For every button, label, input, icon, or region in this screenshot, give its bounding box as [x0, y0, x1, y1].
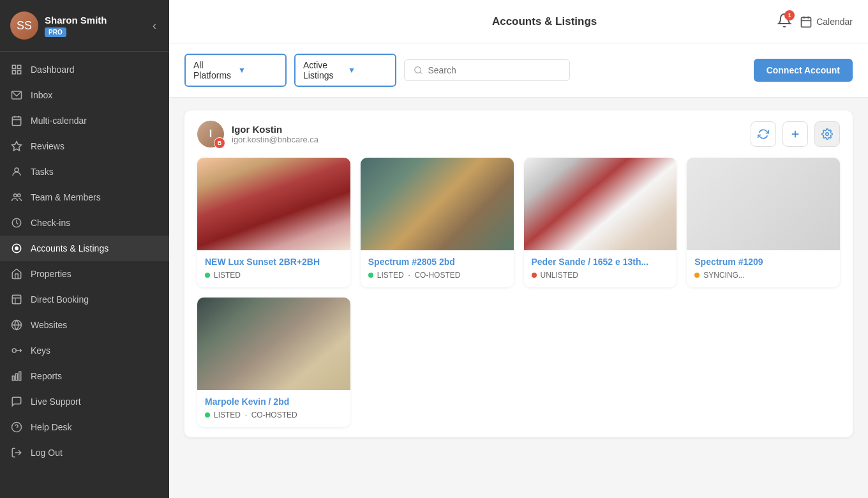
search-box: [404, 59, 570, 81]
listing-image: [361, 158, 514, 250]
calendar-label: Calendar: [816, 17, 853, 27]
svg-marker-9: [12, 142, 22, 151]
sidebar-item-label: Live Support: [31, 396, 81, 407]
listings-dropdown[interactable]: Active Listings ▼: [294, 54, 396, 87]
svg-rect-22: [16, 374, 18, 381]
account-email: igor.kostin@bnbcare.ca: [232, 135, 318, 144]
svg-line-32: [420, 72, 422, 74]
sidebar-item-help-desk[interactable]: Help Desk: [0, 414, 169, 440]
notification-badge: 1: [784, 10, 795, 20]
grid-icon: [10, 63, 23, 76]
status-dot: [532, 273, 537, 278]
svg-point-35: [826, 133, 829, 136]
calendar-button[interactable]: Calendar: [800, 15, 853, 28]
listing-info: Spectrum #1209 SYNCING...: [687, 250, 840, 287]
listings-grid: NEW Lux Sunset 2BR+2BH LISTED Spectrum #…: [197, 158, 840, 427]
sidebar-item-label: Tasks: [31, 167, 54, 177]
listing-image: [197, 298, 350, 390]
sidebar-item-dashboard[interactable]: Dashboard: [0, 57, 169, 82]
key-icon: [10, 344, 23, 357]
svg-rect-23: [19, 372, 21, 381]
sidebar-nav: Dashboard Inbox Multi-calendar Reviews T…: [0, 52, 169, 498]
listing-status: LISTED · CO-HOSTED: [368, 271, 506, 280]
status-dot: [205, 412, 210, 418]
sidebar-item-check-ins[interactable]: Check-ins: [0, 210, 169, 236]
listing-info: Marpole Kevin / 2bd LISTED · CO-HOSTED: [197, 390, 350, 427]
sidebar: SS Sharon Smith PRO ‹ Dashboard Inbox Mu…: [0, 0, 169, 498]
account-name: Igor Kostin: [232, 124, 318, 135]
connect-account-button[interactable]: Connect Account: [754, 59, 853, 82]
user-icon: [10, 165, 23, 178]
status-label: LISTED: [214, 271, 241, 280]
main-content: Accounts & Listings 1 Calendar: [169, 0, 868, 498]
sidebar-item-label: Websites: [31, 320, 67, 330]
sidebar-item-properties[interactable]: Properties: [0, 261, 169, 287]
listing-image: [524, 158, 677, 250]
search-input[interactable]: [428, 65, 560, 75]
sidebar-item-label: Multi-calendar: [31, 116, 87, 126]
sidebar-item-tasks[interactable]: Tasks: [0, 159, 169, 185]
notifications-icon[interactable]: 1: [777, 13, 792, 31]
listing-card[interactable]: Spectrum #2805 2bd LISTED · CO-HOSTED: [361, 158, 514, 287]
sidebar-item-reports[interactable]: Reports: [0, 363, 169, 389]
listing-title: Spectrum #1209: [694, 257, 832, 267]
listing-card[interactable]: Peder Sande / 1652 e 13th... UNLISTED: [524, 158, 677, 287]
platforms-dropdown[interactable]: All Platforms ▼: [184, 54, 287, 87]
circle-icon: [10, 242, 23, 255]
status-label: LISTED · CO-HOSTED: [377, 271, 461, 280]
sidebar-item-live-support[interactable]: Live Support: [0, 389, 169, 414]
listing-status: UNLISTED: [532, 271, 670, 280]
listing-card[interactable]: Spectrum #1209 SYNCING...: [687, 158, 840, 287]
mail-icon: [10, 89, 23, 102]
sidebar-item-keys[interactable]: Keys: [0, 338, 169, 363]
sidebar-item-accounts-listings[interactable]: Accounts & Listings: [0, 236, 169, 261]
account-avatar-initial: I: [209, 128, 212, 140]
sidebar-item-inbox[interactable]: Inbox: [0, 82, 169, 108]
sidebar-item-direct-booking[interactable]: Direct Booking: [0, 287, 169, 312]
sidebar-item-log-out[interactable]: Log Out: [0, 440, 169, 465]
sidebar-item-label: Help Desk: [31, 422, 72, 432]
listings-label: Active Listings: [303, 60, 343, 80]
settings-button[interactable]: [814, 121, 840, 147]
sidebar-item-reviews[interactable]: Reviews: [0, 133, 169, 159]
sidebar-item-label: Accounts & Listings: [31, 243, 108, 253]
svg-point-11: [14, 194, 17, 197]
logout-icon: [10, 446, 23, 459]
svg-rect-2: [18, 71, 21, 74]
sidebar-item-multi-calendar[interactable]: Multi-calendar: [0, 108, 169, 133]
sidebar-item-websites[interactable]: Websites: [0, 312, 169, 338]
sidebar-item-label: Reports: [31, 371, 62, 381]
svg-rect-21: [12, 376, 14, 381]
sidebar-collapse-button[interactable]: ‹: [150, 17, 159, 35]
listing-card[interactable]: Marpole Kevin / 2bd LISTED · CO-HOSTED: [197, 298, 350, 427]
svg-rect-27: [802, 17, 811, 27]
sidebar-item-team-members[interactable]: Team & Members: [0, 185, 169, 210]
sidebar-user-name: Sharon Smith: [45, 15, 144, 26]
checkins-icon: [10, 216, 23, 229]
svg-rect-3: [12, 71, 15, 74]
calendar-icon: [10, 114, 23, 127]
svg-point-12: [18, 194, 21, 197]
listing-status: LISTED: [205, 271, 343, 280]
status-dot: [368, 273, 373, 278]
toolbar: All Platforms ▼ Active Listings ▼ Connec…: [169, 43, 868, 98]
team-icon: [10, 191, 23, 204]
listing-info: Spectrum #2805 2bd LISTED · CO-HOSTED: [361, 250, 514, 287]
refresh-button[interactable]: [751, 121, 776, 147]
page-title: Accounts & Listings: [322, 15, 767, 28]
status-dot: [205, 273, 210, 278]
svg-point-15: [15, 247, 19, 250]
status-label: SYNCING...: [703, 271, 745, 280]
platforms-chevron-icon: ▼: [238, 66, 278, 75]
listing-title: Spectrum #2805 2bd: [368, 257, 506, 267]
account-avatar: I B: [197, 121, 224, 147]
add-button[interactable]: [782, 121, 808, 147]
svg-point-10: [15, 168, 19, 172]
account-section: I B Igor Kostin igor.kostin@bnbcare.ca: [184, 110, 853, 437]
listing-card[interactable]: NEW Lux Sunset 2BR+2BH LISTED: [197, 158, 350, 287]
topbar-icons: 1 Calendar: [777, 13, 853, 31]
account-actions: [751, 121, 840, 147]
listing-image: [687, 158, 840, 250]
sidebar-item-label: Team & Members: [31, 192, 101, 202]
sidebar-item-label: Check-ins: [31, 218, 70, 228]
